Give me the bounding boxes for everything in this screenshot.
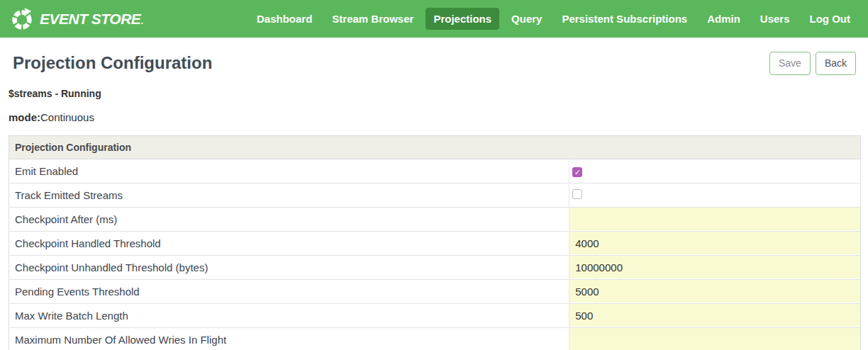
- config-label-checkpoint-unhandled-threshold-bytes: Checkpoint Unhandled Threshold (bytes): [9, 255, 569, 279]
- track-emitted-streams-checkbox[interactable]: [572, 189, 582, 199]
- config-table-body: Emit Enabled✓Track Emitted StreamsCheckp…: [9, 159, 861, 350]
- projection-mode: mode:Continuous: [9, 111, 859, 123]
- save-button[interactable]: Save: [769, 52, 811, 75]
- maximum-number-of-allowed-wries-in-flight-input[interactable]: [569, 328, 860, 350]
- brand-name: EVENT STORE.: [40, 11, 143, 28]
- config-row-checkpoint-after-ms: Checkpoint After (ms): [9, 207, 861, 231]
- config-value-maximum-number-of-allowed-wries-in-flight: [569, 327, 861, 350]
- nav-item-users[interactable]: Users: [752, 8, 798, 30]
- action-buttons: Save Back: [769, 52, 856, 75]
- config-label-checkpoint-handled-threshold: Checkpoint Handled Threshold: [9, 231, 569, 255]
- nav-item-persistent-subscriptions[interactable]: Persistent Subscriptions: [554, 8, 695, 30]
- max-write-batch-length-input[interactable]: [569, 304, 860, 327]
- config-label-track-emitted-streams: Track Emitted Streams: [9, 183, 569, 207]
- mode-value: Continuous: [40, 111, 94, 123]
- projection-status: $streams - Running: [9, 88, 859, 99]
- nav-item-dashboard[interactable]: Dashboard: [249, 8, 320, 30]
- config-label-maximum-number-of-allowed-wries-in-flight: Maximum Number Of Allowed Wries In Fligh…: [9, 327, 569, 350]
- title-row: Projection Configuration Save Back: [9, 52, 859, 75]
- config-row-checkpoint-handled-threshold: Checkpoint Handled Threshold: [9, 231, 861, 255]
- config-row-max-write-batch-length: Max Write Batch Length: [9, 303, 861, 327]
- checkpoint-unhandled-threshold-bytes-input[interactable]: [569, 256, 860, 278]
- main-content: Projection Configuration Save Back $stre…: [0, 52, 868, 350]
- config-value-checkpoint-handled-threshold: [569, 231, 861, 255]
- config-label-pending-events-threshold: Pending Events Threshold: [9, 279, 569, 303]
- brand[interactable]: EVENT STORE.: [10, 7, 143, 31]
- checkpoint-after-ms-input[interactable]: [569, 208, 860, 230]
- config-row-track-emitted-streams: Track Emitted Streams: [9, 183, 861, 207]
- nav-item-log-out[interactable]: Log Out: [802, 8, 858, 30]
- config-value-emit-enabled: ✓: [569, 159, 861, 183]
- brand-suffix: .: [140, 15, 143, 26]
- config-label-checkpoint-after-ms: Checkpoint After (ms): [9, 207, 569, 231]
- nav-item-projections[interactable]: Projections: [425, 8, 499, 30]
- config-row-pending-events-threshold: Pending Events Threshold: [9, 279, 861, 303]
- nav-item-query[interactable]: Query: [503, 8, 550, 30]
- page-title: Projection Configuration: [13, 53, 212, 73]
- config-label-max-write-batch-length: Max Write Batch Length: [9, 303, 569, 327]
- pending-events-threshold-input[interactable]: [569, 280, 860, 303]
- config-value-track-emitted-streams: [569, 183, 861, 207]
- config-table-header: Projection Configuration: [9, 135, 861, 159]
- nav-menu: DashboardStream BrowserProjectionsQueryP…: [249, 8, 858, 30]
- config-value-checkpoint-after-ms: [569, 207, 861, 231]
- back-button[interactable]: Back: [816, 52, 856, 75]
- config-label-emit-enabled: Emit Enabled: [9, 159, 569, 183]
- config-value-checkpoint-unhandled-threshold-bytes: [569, 255, 861, 279]
- event-store-logo-icon: [10, 7, 34, 31]
- top-navbar: EVENT STORE. DashboardStream BrowserProj…: [0, 0, 868, 38]
- mode-label: mode:: [9, 111, 40, 123]
- config-row-maximum-number-of-allowed-wries-in-flight: Maximum Number Of Allowed Wries In Fligh…: [9, 327, 861, 350]
- config-value-max-write-batch-length: [569, 303, 861, 327]
- config-table-header-row: Projection Configuration: [9, 135, 861, 159]
- config-row-emit-enabled: Emit Enabled✓: [9, 159, 861, 183]
- emit-enabled-checkbox[interactable]: ✓: [572, 167, 582, 177]
- nav-item-admin[interactable]: Admin: [699, 8, 748, 30]
- nav-item-stream-browser[interactable]: Stream Browser: [324, 8, 421, 30]
- config-value-pending-events-threshold: [569, 279, 861, 303]
- checkpoint-handled-threshold-input[interactable]: [569, 232, 860, 254]
- projection-config-table: Projection Configuration Emit Enabled✓Tr…: [9, 135, 861, 350]
- config-row-checkpoint-unhandled-threshold-bytes: Checkpoint Unhandled Threshold (bytes): [9, 255, 861, 279]
